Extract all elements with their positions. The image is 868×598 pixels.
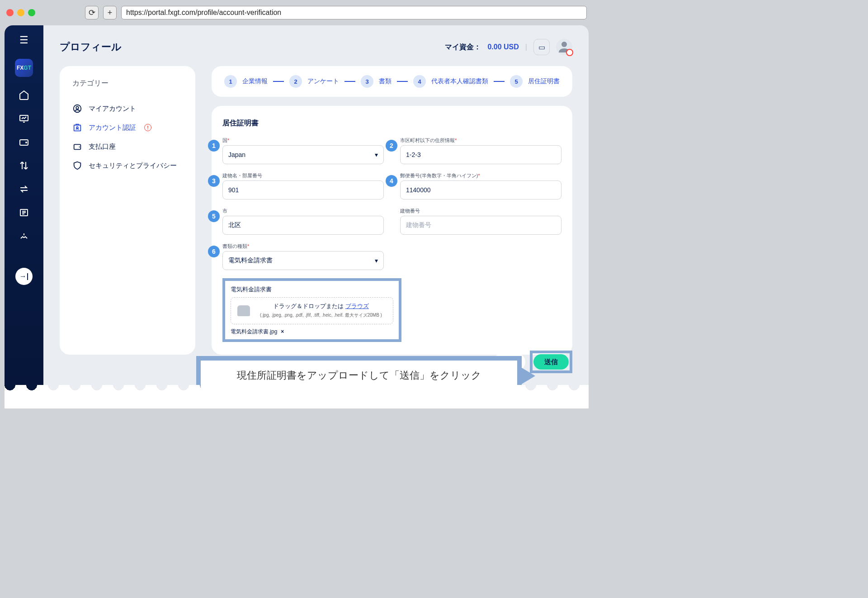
category-item-payment-account[interactable]: 支払口座	[72, 137, 183, 156]
field-country: 1 国* Japan▾	[222, 137, 384, 164]
field-label: 建物番号	[400, 208, 561, 214]
category-item-account-verification[interactable]: アカウント認証 !	[72, 118, 183, 137]
reload-button[interactable]: ⟳	[85, 6, 99, 19]
step-label[interactable]: 代表者本人確認書類	[431, 77, 488, 85]
field-badge: 6	[208, 246, 220, 257]
dropzone-text: ドラッグ＆ドロップまたは ブラウズ (.jpg, .jpeg, .png, .p…	[255, 302, 387, 319]
postal-input[interactable]: 1140000	[400, 180, 561, 199]
funds-label: マイ資金：	[445, 43, 481, 52]
menu-icon[interactable]: ☰	[19, 34, 28, 46]
right-column: 1 企業情報 2 アンケート 3 書類 4 代表者本人確認書類 5 居住証明書	[212, 66, 572, 355]
collapse-sidebar-button[interactable]: →|	[15, 268, 33, 285]
alert-icon: !	[144, 124, 151, 131]
category-item-label: 支払口座	[89, 142, 116, 151]
new-tab-button[interactable]: +	[103, 6, 117, 19]
address-input[interactable]: 1-2-3	[400, 145, 561, 164]
building-room-input[interactable]: 901	[222, 180, 384, 199]
field-building-room: 3 建物名・部屋番号 901	[222, 172, 384, 199]
city-input[interactable]: 北区	[222, 216, 384, 235]
cloud-upload-icon	[237, 305, 250, 316]
chevron-down-icon: ▾	[375, 257, 378, 264]
step-separator-icon	[273, 81, 284, 82]
step-number: 4	[413, 75, 426, 88]
minimize-window-icon[interactable]	[17, 9, 24, 16]
uploaded-file: 電気料金請求書.jpg ×	[231, 328, 393, 336]
field-badge: 4	[386, 175, 397, 187]
step-number: 1	[224, 75, 237, 88]
wallet-icon[interactable]	[19, 137, 29, 147]
category-card: カテゴリー マイアカウント アカウント認証 ! 支払口座 セキュリティとプライバ…	[60, 66, 195, 355]
field-postal: 4 郵便番号(半角数字・半角ハイフン)* 1140000	[400, 172, 561, 199]
dropzone[interactable]: ドラッグ＆ドロップまたは ブラウズ (.jpg, .jpeg, .png, .p…	[231, 297, 393, 324]
avatar[interactable]	[556, 39, 572, 55]
category-item-security[interactable]: セキュリティとプライバシー	[72, 156, 183, 175]
country-select[interactable]: Japan▾	[222, 145, 384, 164]
field-city: 5 市 北区	[222, 208, 384, 235]
step-label[interactable]: 書類	[379, 77, 392, 85]
upload-title: 電気料金請求書	[231, 285, 393, 294]
field-badge: 5	[208, 210, 220, 222]
field-label: 建物名・部屋番号	[222, 172, 384, 179]
doc-type-select[interactable]: 電気料金請求書▾	[222, 251, 384, 270]
svg-point-4	[561, 42, 567, 47]
funds-value: 0.00 USD	[487, 43, 519, 51]
transfer-icon[interactable]	[19, 160, 29, 171]
field-label: 国*	[222, 137, 384, 144]
logo[interactable]: FXGT	[15, 59, 33, 77]
svg-point-6	[76, 106, 79, 109]
header-row: プロフィール マイ資金： 0.00 USD | ▭	[60, 39, 572, 55]
page-title: プロフィール	[60, 40, 122, 54]
sidebar: ☰ FXGT →|	[5, 25, 43, 408]
field-badge: 3	[208, 175, 220, 187]
browse-link[interactable]: ブラウズ	[345, 303, 369, 309]
torn-edge-decoration	[5, 390, 589, 408]
remove-file-button[interactable]: ×	[281, 328, 284, 335]
shield-icon	[72, 161, 82, 171]
partners-icon[interactable]	[19, 231, 29, 242]
field-badge: 1	[208, 140, 220, 152]
step-separator-icon	[494, 81, 505, 82]
home-icon[interactable]	[19, 90, 29, 100]
form-card: 居住証明書 1 国* Japan▾ 2 市区町村以下の住所情報* 1-2-3	[212, 106, 572, 355]
logo-gt: GT	[24, 65, 31, 71]
content-row: カテゴリー マイアカウント アカウント認証 ! 支払口座 セキュリティとプライバ…	[60, 66, 572, 355]
building-no-input[interactable]: 建物番号	[400, 216, 561, 235]
step-label[interactable]: アンケート	[307, 77, 339, 85]
submit-highlight: 送信	[530, 351, 572, 373]
app-container: ☰ FXGT →| プロフィール マイ資金： 0.00 USD | ▭ カテゴリ…	[5, 25, 589, 408]
steps-card: 1 企業情報 2 アンケート 3 書類 4 代表者本人確認書類 5 居住証明書	[212, 66, 572, 97]
form-grid: 1 国* Japan▾ 2 市区町村以下の住所情報* 1-2-3 3 建物名・部…	[222, 137, 561, 270]
maximize-window-icon[interactable]	[28, 9, 35, 16]
close-window-icon[interactable]	[6, 9, 14, 16]
category-item-my-account[interactable]: マイアカウント	[72, 99, 183, 118]
url-bar[interactable]: https://portal.fxgt.com/profile/account-…	[121, 6, 587, 19]
chart-icon[interactable]	[19, 113, 29, 124]
browser-chrome: ⟳ + https://portal.fxgt.com/profile/acco…	[0, 0, 593, 25]
traffic-lights	[6, 9, 35, 16]
uploaded-file-name: 電気料金請求書.jpg	[231, 328, 277, 336]
step-separator-icon	[344, 81, 355, 82]
step-number: 3	[361, 75, 373, 88]
svg-point-8	[76, 127, 78, 128]
step-separator-icon	[397, 81, 408, 82]
step-label[interactable]: 企業情報	[242, 77, 268, 85]
chevron-down-icon: ▾	[375, 151, 378, 158]
field-value: 1-2-3	[406, 151, 421, 158]
field-label: 市	[222, 208, 384, 214]
list-icon[interactable]	[19, 207, 29, 218]
category-item-label: アカウント認証	[89, 123, 136, 132]
field-value: 電気料金請求書	[228, 256, 273, 265]
header-right: マイ資金： 0.00 USD | ▭	[445, 39, 572, 55]
step-label[interactable]: 居住証明書	[528, 77, 560, 85]
user-circle-icon	[72, 104, 82, 114]
upload-hint: (.jpg, .jpeg, .png, .pdf, .jfif, .tiff, …	[260, 313, 382, 318]
field-placeholder: 建物番号	[406, 221, 431, 229]
ticket-icon[interactable]: ▭	[533, 39, 550, 55]
exchange-icon[interactable]	[19, 184, 29, 195]
submit-button[interactable]: 送信	[533, 354, 569, 370]
field-doc-type: 6 書類の種類* 電気料金請求書▾	[222, 243, 384, 270]
field-label: 市区町村以下の住所情報*	[400, 137, 561, 144]
field-label: 書類の種類*	[222, 243, 384, 250]
field-address: 2 市区町村以下の住所情報* 1-2-3	[400, 137, 561, 164]
step-number: 5	[510, 75, 523, 88]
